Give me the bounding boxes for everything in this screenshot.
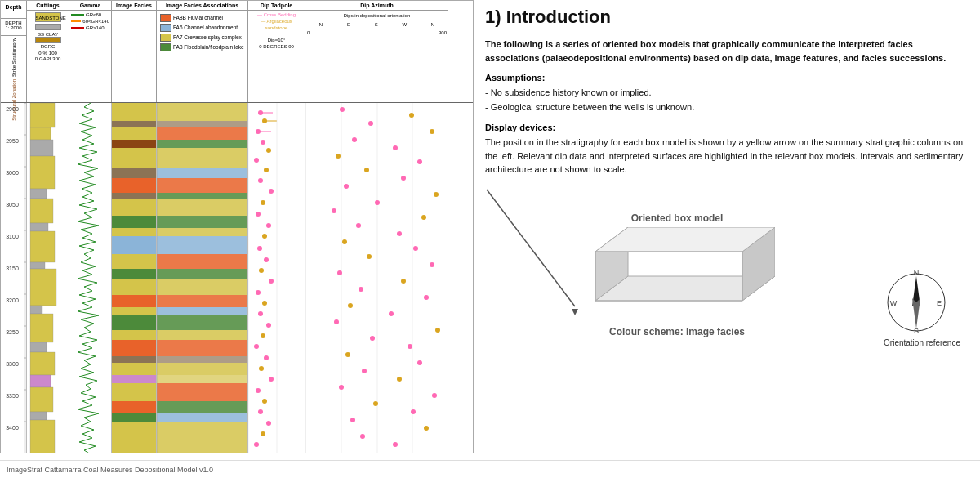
svg-rect-29 [30,223,48,231]
svg-rect-37 [30,375,51,387]
svg-rect-31 [30,262,45,269]
svg-point-170 [370,336,375,341]
svg-rect-92 [157,401,248,413]
svg-rect-27 [30,189,47,199]
box-model-area: Oriented box model Colour scheme: Image … [485,188,969,351]
svg-point-121 [266,323,271,328]
svg-text:3300: 3300 [6,361,19,367]
gr140-label: 60<GR<140 [82,19,109,24]
svg-point-172 [345,352,350,357]
svg-point-177 [432,393,437,398]
svg-point-149 [364,168,369,172]
svg-text:3000: 3000 [6,170,19,176]
svg-rect-61 [112,356,157,363]
gapi-scale: 0GAPI300 [27,56,69,61]
cuttings-title: Cuttings [27,1,69,11]
fa6-label: FA6 Channel abandonment [173,25,238,31]
svg-rect-78 [157,228,248,236]
svg-point-118 [256,290,261,295]
svg-rect-85 [157,315,248,330]
svg-rect-39 [30,412,47,420]
fa8b-label: FA8B Fluvial channel [173,15,223,21]
fa7-label: FA7 Crevasse splay complex [173,34,242,41]
svg-point-116 [259,268,264,273]
svg-rect-64 [112,383,157,401]
svg-point-115 [264,257,269,262]
diptadpole-column [248,103,305,453]
svg-point-182 [360,434,365,439]
svg-point-125 [259,366,264,371]
svg-point-127 [256,388,261,393]
svg-point-180 [350,418,355,422]
svg-rect-84 [157,307,248,315]
intro-bold-text: The following is a series of oriented bo… [485,39,946,63]
col-depth-header: Depth DEPTH1: 2000 Strke Stratigraphy St… [1,1,27,102]
svg-text:W: W [890,299,898,307]
svg-rect-33 [30,306,42,314]
svg-point-109 [269,189,274,194]
legend-fa6: FA6 Channel abandonment [160,24,244,32]
gamma-column [69,103,112,453]
svg-text:E: E [937,299,942,307]
svg-rect-26 [30,156,55,189]
assumptions-list: - No subsidence history known or implied… [485,86,969,114]
orientation-label: Orientation reference [884,338,960,347]
svg-rect-90 [157,375,248,383]
svg-rect-54 [112,269,157,279]
svg-point-144 [430,129,434,134]
svg-point-147 [336,154,341,159]
svg-rect-73 [157,168,248,178]
right-panel: 1) Introduction The following is a serie… [474,0,980,460]
compass-svg: E W N S [884,270,949,335]
svg-point-119 [262,301,267,306]
svg-rect-77 [157,216,248,228]
svg-rect-93 [157,413,248,422]
sandstone-legend: SANDSTONE [35,12,61,22]
svg-point-159 [413,246,418,251]
svg-point-108 [258,178,263,183]
cuttings-scale: 0%100 [27,51,69,56]
svg-rect-58 [112,315,157,330]
dipazimuth-title: Dip Azimuth [305,1,448,11]
arrow-svg [485,188,591,351]
legend-fa8: FA8 Floodplain/floodplain lake [160,43,244,51]
svg-point-122 [261,333,265,338]
svg-rect-24 [30,127,51,140]
svg-marker-194 [912,298,920,328]
box-3d-wrapper: Oriented box model Colour scheme: Image … [579,212,775,337]
svg-point-123 [254,344,259,349]
rgrc-label: RGRC [41,44,56,49]
svg-rect-82 [157,279,248,295]
gr140plus-label: GR>140 [86,25,105,30]
orientation-reference: E W N S Orientation reference [884,270,960,347]
svg-rect-72 [157,148,248,168]
svg-point-178 [373,401,378,406]
svg-point-152 [434,192,439,197]
stratigraphic-log-panel: Depth DEPTH1: 2000 Strke Stratigraphy St… [0,0,474,453]
svg-rect-38 [30,387,53,412]
svg-marker-186 [572,309,578,315]
svg-rect-62 [112,363,157,375]
svg-rect-52 [112,236,157,254]
svg-rect-55 [112,279,157,295]
display-heading: Display devices: [485,123,969,132]
svg-text:3050: 3050 [6,202,19,208]
footer-text: ImageStrat Cattamarra Coal Measures Depo… [7,466,213,474]
svg-line-185 [487,190,575,306]
legend-fa8b: FA8B Fluvial channel [160,14,244,22]
svg-point-154 [332,208,336,213]
svg-rect-69 [157,121,248,127]
svg-text:S: S [914,327,919,335]
gamma-title: Gamma [69,1,111,11]
svg-rect-91 [157,383,248,401]
col-dipazimuth-header: Dip Azimuth Dips in depositional orienta… [305,1,448,102]
svg-rect-57 [112,307,157,315]
svg-rect-75 [157,193,248,199]
svg-text:3350: 3350 [6,393,19,399]
svg-text:3200: 3200 [6,297,19,303]
svg-rect-60 [112,340,157,356]
svg-point-166 [348,303,353,308]
svg-rect-56 [112,295,157,307]
svg-rect-87 [157,340,248,356]
svg-point-176 [339,385,344,390]
